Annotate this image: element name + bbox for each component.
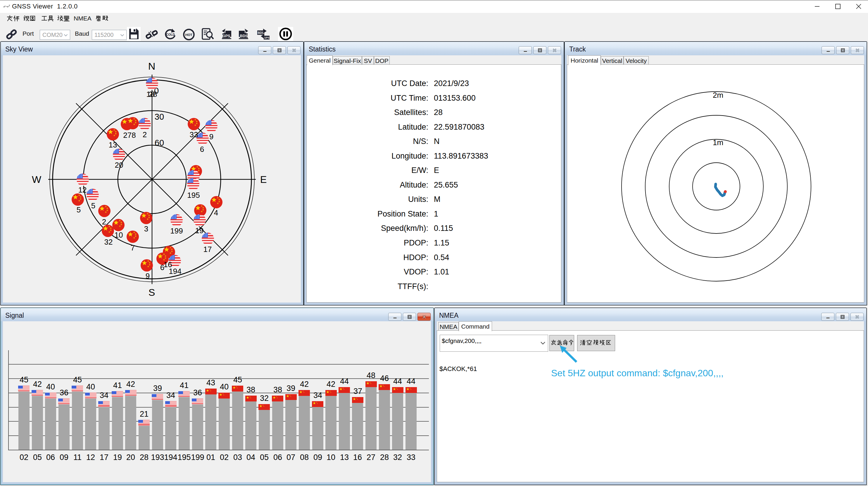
svg-text:N: N (148, 61, 156, 72)
svg-text:30: 30 (155, 112, 164, 121)
svg-text:BDS: BDS (257, 31, 264, 34)
svg-text:W: W (32, 174, 41, 185)
svg-text:GPS: GPS (222, 34, 230, 38)
svg-text:BDS: BDS (240, 34, 248, 38)
svg-text:S: S (149, 287, 155, 298)
svg-text:GPS: GPS (264, 36, 269, 39)
svg-text:2m: 2m (713, 91, 723, 99)
svg-text:60: 60 (155, 138, 164, 147)
svg-text:E: E (260, 174, 267, 185)
svg-text:COLD: COLD (166, 33, 175, 36)
svg-text:HOT: HOT (185, 33, 192, 36)
svg-text:1m: 1m (713, 138, 723, 147)
